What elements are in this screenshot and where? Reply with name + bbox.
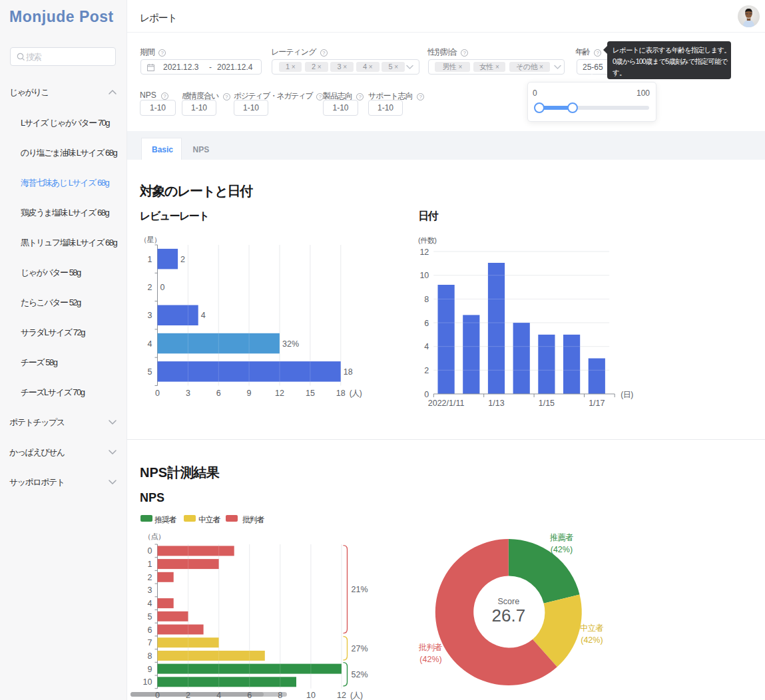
svg-text:18: 18 xyxy=(344,367,353,377)
svg-text:6: 6 xyxy=(148,625,152,635)
svg-text:9: 9 xyxy=(148,665,152,674)
svg-text:12: 12 xyxy=(419,248,429,257)
svg-text:（点）: （点） xyxy=(144,532,165,540)
svg-text:(人): (人) xyxy=(350,691,363,700)
svg-text:5: 5 xyxy=(148,612,152,621)
svg-text:(人): (人) xyxy=(350,389,362,398)
svg-text:1: 1 xyxy=(148,560,152,569)
svg-text:0: 0 xyxy=(160,283,165,292)
svg-text:1: 1 xyxy=(148,255,152,264)
svg-text:0: 0 xyxy=(155,389,160,398)
svg-text:推薦者: 推薦者 xyxy=(550,533,574,542)
svg-text:(件数): (件数) xyxy=(418,236,436,244)
svg-text:(42%): (42%) xyxy=(419,655,441,664)
svg-text:10: 10 xyxy=(306,691,316,700)
svg-text:4: 4 xyxy=(216,691,221,700)
svg-text:5: 5 xyxy=(148,367,152,377)
svg-text:0: 0 xyxy=(424,390,429,399)
svg-text:2: 2 xyxy=(148,573,152,582)
svg-text:中立者: 中立者 xyxy=(580,623,604,633)
svg-text:6: 6 xyxy=(247,691,252,700)
svg-text:0: 0 xyxy=(155,691,160,700)
svg-text:6: 6 xyxy=(216,389,221,398)
svg-text:3: 3 xyxy=(148,311,152,320)
svg-text:12: 12 xyxy=(337,691,346,700)
svg-text:8: 8 xyxy=(148,651,152,661)
svg-text:0: 0 xyxy=(148,546,152,556)
svg-text:4: 4 xyxy=(148,599,152,608)
svg-text:(42%): (42%) xyxy=(551,545,573,554)
svg-text:1/17: 1/17 xyxy=(589,399,605,407)
svg-text:15: 15 xyxy=(306,389,315,398)
svg-text:2022/1/11: 2022/1/11 xyxy=(428,399,465,407)
svg-text:批判者: 批判者 xyxy=(418,643,443,652)
svg-text:18: 18 xyxy=(336,389,346,398)
svg-text:7: 7 xyxy=(148,638,152,647)
svg-text:(日): (日) xyxy=(621,390,633,399)
svg-text:3: 3 xyxy=(148,586,152,595)
svg-text:27%: 27% xyxy=(352,644,368,653)
svg-text:6: 6 xyxy=(424,319,429,328)
svg-text:2: 2 xyxy=(180,255,185,264)
svg-text:1/15: 1/15 xyxy=(539,399,555,407)
svg-text:（星）: （星） xyxy=(140,236,161,244)
svg-text:8: 8 xyxy=(424,295,429,304)
svg-text:2: 2 xyxy=(148,283,152,292)
svg-text:4: 4 xyxy=(424,342,429,351)
svg-text:21%: 21% xyxy=(352,585,368,594)
svg-text:2: 2 xyxy=(424,366,429,375)
svg-text:26.7: 26.7 xyxy=(491,606,525,625)
svg-text:3: 3 xyxy=(186,389,190,398)
svg-text:52%: 52% xyxy=(352,670,368,679)
svg-text:1/13: 1/13 xyxy=(488,399,504,407)
svg-text:10: 10 xyxy=(143,677,152,687)
svg-text:10: 10 xyxy=(419,271,429,280)
svg-text:32%: 32% xyxy=(282,339,299,349)
svg-text:2: 2 xyxy=(186,691,190,700)
svg-text:(42%): (42%) xyxy=(581,635,603,645)
svg-text:9: 9 xyxy=(247,389,252,398)
svg-text:4: 4 xyxy=(201,311,206,320)
svg-text:12: 12 xyxy=(275,389,284,398)
svg-text:8: 8 xyxy=(278,691,282,700)
svg-text:4: 4 xyxy=(148,339,152,349)
